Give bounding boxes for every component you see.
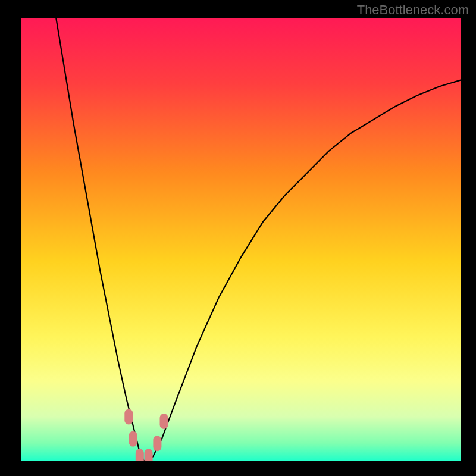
plot-area	[21, 18, 461, 461]
chart-container: TheBottleneck.com	[0, 0, 476, 476]
marker-right-2	[160, 414, 168, 429]
marker-bottom-1	[136, 449, 144, 461]
marker-left-2	[129, 431, 137, 447]
chart-svg	[21, 18, 461, 461]
gradient-background	[21, 18, 461, 461]
marker-bottom-2	[145, 449, 153, 461]
watermark-text: TheBottleneck.com	[357, 2, 469, 18]
marker-right-1	[153, 436, 161, 451]
marker-left-1	[124, 409, 133, 425]
